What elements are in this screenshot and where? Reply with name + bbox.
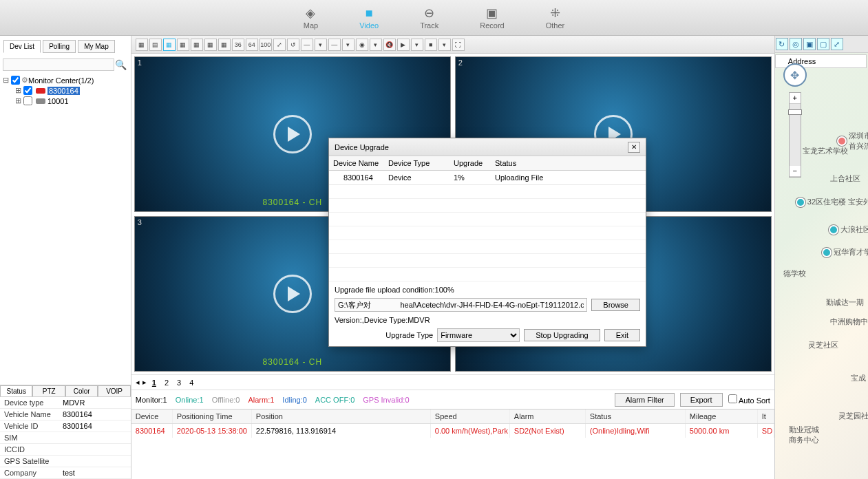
toolbar-button[interactable]: 100	[260, 39, 272, 51]
search-icon[interactable]: 🔍	[114, 59, 128, 70]
nav-other[interactable]: ⁜Other	[546, 6, 565, 30]
map-poi[interactable]: 宝成	[851, 373, 866, 383]
zoom-out-button[interactable]: −	[790, 166, 801, 177]
toolbar-button[interactable]: ▾	[438, 39, 451, 51]
toolbar-button[interactable]: ▦	[204, 39, 217, 51]
toolbar-button[interactable]: ▾	[342, 39, 354, 51]
map-tool-icon[interactable]: ◎	[790, 38, 802, 50]
close-icon[interactable]: ✕	[628, 142, 640, 153]
map-tool-icon[interactable]: ▢	[817, 38, 829, 50]
tree-expand-icon[interactable]: ⊞	[14, 86, 22, 95]
play-icon[interactable]	[273, 115, 312, 153]
toolbar-button[interactable]: ▦	[218, 39, 231, 51]
page-tab[interactable]: 1	[149, 379, 159, 387]
toolbar-button[interactable]: 36	[232, 39, 244, 51]
nav-map[interactable]: ◈Map	[304, 6, 318, 30]
toolbar-button[interactable]: ▦	[177, 39, 189, 51]
col-alarm[interactable]: Alarm	[510, 409, 586, 423]
toolbar-button[interactable]: ◉	[356, 39, 368, 51]
map-tool-icon[interactable]: ▣	[803, 38, 816, 50]
toolbar-button[interactable]: 64	[246, 39, 258, 51]
map-poi[interactable]: 勤业冠城商务中心	[789, 425, 819, 445]
map-poi[interactable]: 宝龙艺术学校	[803, 146, 848, 156]
toolbar-button[interactable]: ▦	[136, 39, 148, 51]
col-status[interactable]: Status	[586, 409, 686, 423]
upgrade-type-select[interactable]: Firmware	[437, 328, 520, 342]
pager-prev-icon[interactable]: ◂	[136, 378, 140, 387]
autosort-checkbox[interactable]	[728, 394, 737, 403]
autosort-toggle[interactable]: Auto Sort	[728, 394, 770, 405]
table-row[interactable]: 8300164 Device 1% Uploading File	[329, 171, 646, 185]
toolbar-button[interactable]: ▦	[191, 39, 203, 51]
zoom-slider[interactable]	[790, 104, 801, 166]
stop-upgrading-button[interactable]: Stop Upgrading	[524, 329, 600, 341]
alarm-filter-button[interactable]: Alarm Filter	[615, 393, 674, 407]
map-tool-icon[interactable]: ⤢	[831, 38, 843, 50]
map-poi[interactable]: 32区住宅楼 宝安外	[796, 197, 868, 207]
toolbar-button[interactable]: ▾	[315, 39, 327, 51]
pager-next-icon[interactable]: ▸	[142, 378, 147, 387]
tab-color[interactable]: Color	[65, 385, 98, 396]
toolbar-button[interactable]: ⛶	[452, 39, 465, 51]
export-button[interactable]: Export	[680, 393, 723, 407]
tree-device-label[interactable]: 8300164	[47, 87, 80, 95]
toolbar-button[interactable]: ▦	[163, 39, 176, 51]
device-upgrade-dialog: Device Upgrade✕ Device Name Device Type …	[328, 138, 646, 347]
toolbar-button[interactable]: ■	[425, 39, 437, 51]
tab-ptz[interactable]: PTZ	[32, 385, 65, 396]
col-device[interactable]: Device	[131, 409, 173, 423]
tab-voip[interactable]: VOIP	[98, 385, 130, 396]
tree-collapse-icon[interactable]: ⊟	[1, 76, 10, 85]
col-time[interactable]: Positioning Time	[173, 409, 252, 423]
tab-polling[interactable]: Polling	[43, 40, 76, 53]
map-poi[interactable]: 勤诚达一期	[826, 297, 864, 308]
toolbar-button[interactable]: ▤	[149, 39, 162, 51]
tab-devlist[interactable]: Dev List	[3, 40, 41, 53]
toolbar-button[interactable]: ▾	[411, 39, 423, 51]
tree-checkbox[interactable]	[23, 86, 32, 95]
tree-checkbox[interactable]	[11, 76, 20, 85]
file-path-input[interactable]	[335, 298, 587, 312]
toolbar-button[interactable]: ▾	[370, 39, 382, 51]
map-poi[interactable]: 灵芝社区	[808, 340, 838, 350]
map-poi[interactable]: 冠华育才学校	[822, 247, 868, 257]
zoom-in-button[interactable]: +	[790, 93, 801, 104]
browse-button[interactable]: Browse	[591, 299, 640, 311]
page-tab[interactable]: 2	[162, 379, 171, 387]
compass-icon[interactable]: ✥	[783, 63, 807, 87]
col-speed[interactable]: Speed	[431, 409, 510, 423]
zoom-handle[interactable]	[788, 109, 802, 115]
toolbar-button[interactable]: —	[328, 39, 341, 51]
tree-checkbox[interactable]	[23, 96, 32, 105]
toolbar-button[interactable]: —	[301, 39, 313, 51]
search-input[interactable]	[3, 58, 114, 71]
tree-device-label[interactable]: 10001	[47, 97, 69, 105]
map-poi[interactable]: 中洲购物中	[830, 317, 868, 327]
toolbar-button[interactable]: ▶	[397, 39, 410, 51]
map-tool-icon[interactable]: ↻	[776, 38, 788, 50]
exit-button[interactable]: Exit	[604, 329, 640, 341]
col-mileage[interactable]: Mileage	[686, 409, 758, 423]
map-poi[interactable]: 大浪社区	[829, 224, 868, 235]
map-poi[interactable]: 德学校	[783, 268, 806, 279]
col-position[interactable]: Position	[252, 409, 431, 423]
toolbar-button[interactable]: ↺	[287, 39, 299, 51]
prop-value: 8300164	[59, 409, 96, 420]
tree-root-label[interactable]: Monitor Center(1/2)	[28, 76, 94, 85]
play-icon[interactable]	[273, 275, 312, 313]
page-tab[interactable]: 4	[187, 379, 196, 387]
tree-expand-icon[interactable]: ⊞	[14, 96, 22, 105]
nav-track[interactable]: ⊖Track	[420, 6, 438, 30]
tab-status[interactable]: Status	[0, 385, 32, 396]
data-table: Device Positioning Time Position Speed A…	[131, 409, 774, 438]
map-poi[interactable]: 上合社区	[830, 173, 860, 184]
toolbar-button[interactable]: 🔇	[383, 39, 396, 51]
map-poi[interactable]: 灵芝园社区	[838, 411, 868, 421]
page-tab[interactable]: 3	[174, 379, 184, 387]
nav-video[interactable]: ■Video	[359, 6, 379, 30]
nav-record[interactable]: ▣Record	[480, 6, 504, 30]
table-row[interactable]: 8300164 2020-05-13 15:38:00 22.579816, 1…	[131, 424, 774, 438]
col-it[interactable]: It	[758, 409, 774, 423]
tab-mymap[interactable]: My Map	[78, 40, 115, 53]
toolbar-button[interactable]: ⤢	[273, 39, 286, 51]
